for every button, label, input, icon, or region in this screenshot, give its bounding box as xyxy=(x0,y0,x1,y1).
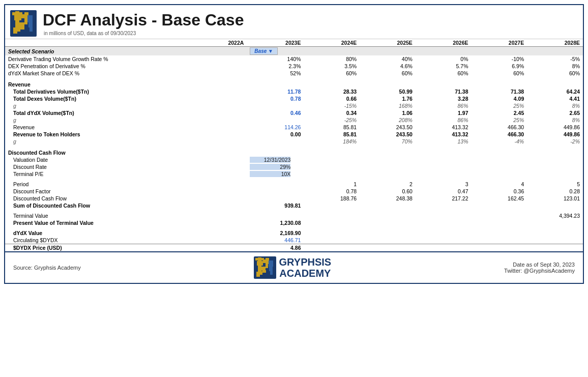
td-2028e: 64.24 xyxy=(527,88,583,95)
tdydx-2025e: 1.06 xyxy=(360,109,416,117)
terminal-pe-row: Terminal P/E xyxy=(5,170,583,178)
dms-2024e: 60% xyxy=(304,70,360,77)
total-dexes-pct-row: g -15% 168% 86% 25% 8% xyxy=(5,102,583,109)
rth-pct-2024e: 184% xyxy=(304,138,360,145)
tdex-2025e: 1.76 xyxy=(360,95,416,102)
svg-rect-5 xyxy=(21,14,24,18)
total-derivatives-row: Total Derivatives Volume($Tn) 11.78 28.3… xyxy=(5,88,583,95)
sum-dcf-label: Sum of Discounted Cash Flow xyxy=(5,202,191,209)
terminal-pe-input[interactable] xyxy=(250,171,290,177)
terminal-pe-input-cell[interactable] xyxy=(247,170,304,178)
discount-rate-input[interactable] xyxy=(250,164,290,170)
total-dexes-row: Total Dexes Volume($Tn) 0.78 0.66 1.76 3… xyxy=(5,95,583,102)
svg-rect-7 xyxy=(15,20,19,27)
period-4: 4 xyxy=(472,181,527,188)
growth-2024e: 80% xyxy=(304,55,360,63)
df-2: 0.60 xyxy=(360,188,416,195)
dex-pen-2027e: 6.9% xyxy=(472,63,527,70)
sdydx-price-val: 4.86 xyxy=(247,244,304,252)
dms-2027e: 60% xyxy=(472,70,527,77)
period-label: Period xyxy=(5,181,191,188)
growth-rate-label: Derivative Trading Volume Growth Rate % xyxy=(5,55,191,63)
page-title: DCF Analysis - Base Case xyxy=(43,11,244,30)
rth-2026e: 413.32 xyxy=(416,131,472,138)
dex-pen-2028e: 8% xyxy=(527,63,583,70)
dex-pen-2025e: 4.6% xyxy=(360,63,416,70)
dcf-3: 217.22 xyxy=(416,195,472,202)
selected-scenario-label: Selected Scenario xyxy=(5,47,191,56)
footer-logo-text: GRYPHSISACADEMY xyxy=(279,256,332,279)
discount-rate-input-cell[interactable] xyxy=(247,163,304,170)
rth-2024e: 85.81 xyxy=(304,131,360,138)
dcf-2: 248.38 xyxy=(360,195,416,202)
valuation-date-label: Valuation Date xyxy=(5,156,191,163)
tdydx-pct-2027e: 25% xyxy=(472,117,527,124)
svg-rect-10 xyxy=(13,27,17,34)
years-header-row: 2022A 2023E 2024E 2025E 2026E 2027E 2028… xyxy=(5,39,583,47)
svg-rect-11 xyxy=(17,27,20,32)
pv-terminal-val: 1,230.08 xyxy=(247,219,304,226)
valuation-date-row: Valuation Date xyxy=(5,156,583,163)
svg-rect-25 xyxy=(266,264,268,268)
total-dydx-label: Total dYdX Volume($Tn) xyxy=(5,109,191,117)
valuation-date-input-cell[interactable] xyxy=(247,156,304,163)
revenue-to-holders-row: Revenue to Token Holders 0.00 85.81 243.… xyxy=(5,131,583,138)
dms-2023e: 52% xyxy=(247,70,304,77)
logo-icon xyxy=(10,10,37,37)
svg-rect-13 xyxy=(27,15,33,22)
header: DCF Analysis - Base Case in millions of … xyxy=(5,5,583,39)
year-2027e: 2027E xyxy=(472,39,527,47)
rth-2025e: 243.50 xyxy=(360,131,416,138)
rth-2027e: 466.30 xyxy=(472,131,527,138)
year-2022a: 2022A xyxy=(191,39,247,47)
sdydx-price-row: $DYDX Price (USD) 4.86 xyxy=(5,244,583,252)
dex-pen-2023e: 2.3% xyxy=(247,63,304,70)
tdydx-2024e: 0.34 xyxy=(304,109,360,117)
g-marker-rth: g xyxy=(5,138,191,145)
tdex-2026e: 3.28 xyxy=(416,95,472,102)
discount-factor-row: Discount Factor 0.78 0.60 0.47 0.36 0.28 xyxy=(5,188,583,195)
footer-twitter: Twitter: @GryphsisAcademy xyxy=(504,268,575,274)
discount-rate-label: Discount Rate xyxy=(5,163,191,170)
rth-pct-2027e: -4% xyxy=(472,138,527,145)
rth-2023e: 0.00 xyxy=(247,131,304,138)
footer-right: Date as of Sept 30, 2023 Twitter: @Gryph… xyxy=(504,262,575,274)
td-2025e: 50.99 xyxy=(360,88,416,95)
subtitle: in millions of USD, data as of 09/30/202… xyxy=(44,31,244,36)
svg-rect-9 xyxy=(24,19,27,24)
tdex-2023e: 0.78 xyxy=(247,95,304,102)
year-2024e: 2024E xyxy=(304,39,360,47)
scenario-value[interactable]: Base ▼ xyxy=(250,47,278,55)
total-derivatives-label: Total Derivatives Volume($Tn) xyxy=(5,88,191,95)
footer-logo-icon xyxy=(254,256,276,279)
growth-2027e: -10% xyxy=(472,55,527,63)
valuation-date-input[interactable] xyxy=(250,157,290,163)
tdex-2024e: 0.66 xyxy=(304,95,360,102)
revenue-label: Revenue xyxy=(5,124,191,131)
scenario-dropdown-cell[interactable]: Base ▼ xyxy=(247,47,304,56)
circulating-label: Circulating $DYDX xyxy=(5,237,191,244)
circulating-val: 446.71 xyxy=(247,237,304,244)
pv-terminal-label: Present Value of Terminal Value xyxy=(5,219,191,226)
tdex-2028e: 4.41 xyxy=(527,95,583,102)
svg-rect-22 xyxy=(266,258,269,264)
td-2027e: 71.38 xyxy=(472,88,527,95)
sdydx-price-label: $DYDX Price (USD) xyxy=(5,244,191,252)
dms-2028e: 60% xyxy=(527,70,583,77)
spacer-1 xyxy=(5,77,583,81)
svg-rect-12 xyxy=(20,26,24,30)
growth-2028e: -5% xyxy=(527,55,583,63)
selected-scenario-row: Selected Scenario Base ▼ xyxy=(5,47,583,56)
rev-2027e: 466.30 xyxy=(472,124,527,131)
dcf-section-header-row: Discounted Cash Flow xyxy=(5,149,583,156)
rev-2028e: 449.86 xyxy=(527,124,583,131)
year-2028e: 2028E xyxy=(527,39,583,47)
dcf-section-label: Discounted Cash Flow xyxy=(5,149,191,156)
growth-2022a xyxy=(191,55,247,63)
label-col-header xyxy=(5,39,191,47)
period-1: 1 xyxy=(304,181,360,188)
dex-pen-2026e: 5.7% xyxy=(416,63,472,70)
revenue-row: Revenue 114.26 85.81 243.50 413.32 466.3… xyxy=(5,124,583,131)
period-5: 5 xyxy=(527,181,583,188)
svg-rect-27 xyxy=(260,271,262,275)
